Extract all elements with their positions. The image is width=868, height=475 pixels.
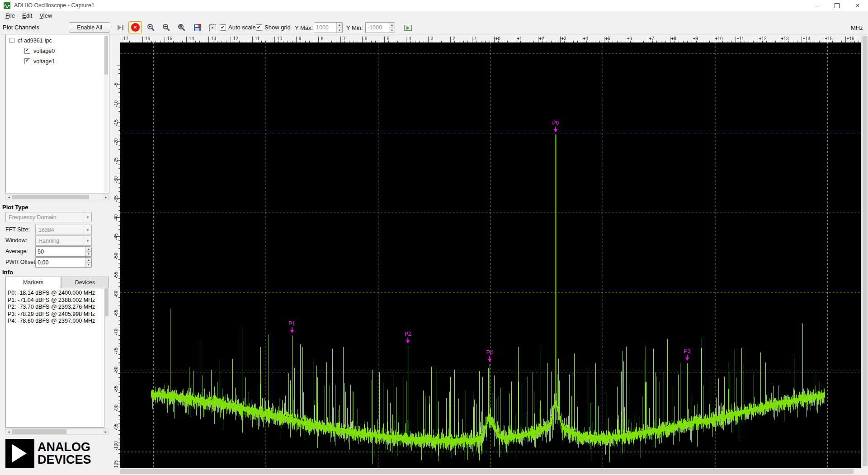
marker-list-item-P1: P1: -71.04 dBFS @ 2388.002 MHz bbox=[8, 297, 104, 304]
zoom-fit-button[interactable] bbox=[175, 22, 188, 33]
title-bar: ADI IIO Oscilloscope - Capture1 bbox=[0, 0, 868, 11]
scrollbar-corner bbox=[861, 468, 868, 475]
minimize-button[interactable] bbox=[806, 0, 826, 11]
average-spinbox: ▲▼ bbox=[35, 246, 92, 257]
plot-channels-label: Plot Channels bbox=[3, 24, 39, 31]
adi-triangle-icon bbox=[12, 444, 27, 462]
y-min-input[interactable] bbox=[366, 23, 389, 33]
scroll-right-arrow-icon[interactable]: ▸ bbox=[103, 429, 108, 434]
y-max-spin-buttons[interactable]: ▲▼ bbox=[336, 23, 342, 33]
channel-checkbox-voltage0[interactable] bbox=[24, 48, 30, 54]
average-input[interactable] bbox=[36, 247, 85, 256]
plot-type-value: Frequency Domain bbox=[9, 214, 57, 221]
average-label: Average: bbox=[5, 248, 28, 254]
marker-list-item-P4: P4: -78.60 dBFS @ 2397.000 MHz bbox=[8, 318, 104, 325]
auto-scale-label: Auto scale bbox=[228, 24, 256, 31]
app-window: ADI IIO Oscilloscope - Capture1 FileEdit… bbox=[0, 0, 868, 475]
close-button[interactable] bbox=[847, 0, 868, 11]
marker-list-item-P3: P3: -78.29 dBFS @ 2405.998 MHz bbox=[8, 311, 104, 318]
fit-window-icon bbox=[209, 24, 216, 31]
save-plot-image-icon bbox=[404, 25, 412, 31]
show-grid-checkbox[interactable] bbox=[256, 24, 262, 31]
play-icon-bar bbox=[122, 25, 123, 30]
tab-devices[interactable]: Devices bbox=[61, 277, 109, 288]
tree-vscroll-thumb[interactable] bbox=[104, 36, 108, 75]
zoom-in-icon bbox=[147, 24, 155, 32]
info-heading: Info bbox=[2, 269, 13, 276]
window-function-label: Window: bbox=[5, 237, 27, 244]
frequency-unit-label: MHz bbox=[851, 24, 863, 31]
zoom-fit-icon bbox=[178, 24, 186, 32]
menu-edit[interactable]: Edit bbox=[19, 11, 36, 20]
chevron-down-icon: ▼ bbox=[84, 225, 91, 235]
stop-capture-button[interactable] bbox=[128, 21, 142, 33]
y-max-spinbox: ▲▼ bbox=[314, 22, 343, 33]
tree-row-channel-voltage0[interactable]: voltage0 bbox=[6, 46, 109, 56]
menu-view[interactable]: View bbox=[36, 11, 56, 20]
fft-size-label: FFT Size: bbox=[5, 226, 30, 233]
tab-markers[interactable]: Markers bbox=[5, 277, 61, 288]
scroll-right-arrow-icon[interactable]: ▸ bbox=[103, 194, 109, 200]
list-hscroll-thumb[interactable] bbox=[12, 429, 66, 434]
plot-type-heading: Plot Type bbox=[2, 204, 28, 211]
spectrum-plot-canvas[interactable] bbox=[120, 42, 861, 468]
capture-play-button[interactable] bbox=[114, 22, 127, 33]
window-function-select[interactable]: Hanning ▼ bbox=[35, 235, 92, 246]
tree-hscroll-thumb[interactable] bbox=[12, 195, 89, 199]
plot-vertical-scrollbar[interactable] bbox=[861, 35, 868, 468]
pwr-offset-spinbox: ▲▼ bbox=[35, 257, 92, 268]
left-panel: cf-ad9361-lpcvoltage0voltage1 ◂ ▸ Plot T… bbox=[0, 35, 113, 475]
list-vscroll-thumb[interactable] bbox=[105, 288, 108, 316]
tree-horizontal-scrollbar[interactable]: ◂ ▸ bbox=[5, 194, 109, 200]
save-capture-button[interactable] bbox=[191, 22, 203, 33]
toolbar: Plot Channels Enable All Auto scale bbox=[0, 20, 868, 35]
y-min-label: Y Min: bbox=[346, 24, 363, 31]
y-max-input[interactable] bbox=[314, 23, 336, 33]
auto-scale-option: Auto scale bbox=[220, 24, 256, 31]
device-label: cf-ad9361-lpc bbox=[18, 38, 52, 44]
marker-list-vertical-scrollbar[interactable] bbox=[104, 288, 109, 428]
show-grid-option: Show grid bbox=[256, 24, 291, 31]
adi-logo-mark bbox=[5, 439, 34, 468]
auto-scale-checkbox[interactable] bbox=[220, 24, 226, 31]
plot-vscroll-thumb[interactable] bbox=[863, 36, 868, 466]
channel-tree: cf-ad9361-lpcvoltage0voltage1 bbox=[5, 35, 109, 193]
marker-list-item-P2: P2: -73.70 dBFS @ 2393.276 MHz bbox=[8, 304, 104, 311]
analog-devices-logo: ANALOG DEVICES bbox=[5, 439, 91, 468]
marker-list[interactable]: P0: -18.14 dBFS @ 2400.000 MHzP1: -71.04… bbox=[5, 288, 104, 428]
plot-hscroll-thumb[interactable] bbox=[120, 469, 854, 474]
play-icon bbox=[118, 25, 122, 30]
average-spin-buttons[interactable]: ▲▼ bbox=[85, 247, 91, 256]
show-grid-label: Show grid bbox=[264, 24, 291, 31]
tree-vertical-scrollbar[interactable] bbox=[104, 36, 108, 193]
app-icon bbox=[4, 2, 10, 9]
save-icon bbox=[194, 24, 201, 31]
tree-row-device[interactable]: cf-ad9361-lpc bbox=[6, 35, 109, 46]
enable-all-button[interactable]: Enable All bbox=[69, 22, 110, 33]
channel-label: voltage1 bbox=[33, 58, 55, 65]
chevron-down-icon: ▼ bbox=[84, 212, 91, 222]
plot-horizontal-scrollbar[interactable] bbox=[113, 468, 861, 475]
save-plot-image-button[interactable] bbox=[401, 22, 414, 33]
menu-file[interactable]: File bbox=[2, 11, 19, 20]
x-axis-ruler bbox=[113, 35, 861, 42]
y-min-spin-buttons[interactable]: ▲▼ bbox=[389, 23, 395, 33]
fft-size-select[interactable]: 16384 ▼ bbox=[35, 225, 92, 235]
plot-type-select[interactable]: Frequency Domain ▼ bbox=[5, 212, 92, 222]
marker-list-item-P0: P0: -18.14 dBFS @ 2400.000 MHz bbox=[8, 290, 104, 297]
scroll-left-arrow-icon[interactable]: ◂ bbox=[6, 194, 12, 200]
chevron-down-icon: ▼ bbox=[84, 236, 91, 245]
fit-window-button[interactable] bbox=[206, 22, 219, 33]
channel-checkbox-voltage1[interactable] bbox=[24, 58, 30, 64]
stop-icon bbox=[131, 23, 140, 32]
maximize-button[interactable] bbox=[826, 0, 847, 11]
zoom-out-button[interactable] bbox=[160, 22, 173, 33]
tree-expander-icon[interactable] bbox=[9, 38, 14, 43]
pwr-offset-spin-buttons[interactable]: ▲▼ bbox=[85, 258, 91, 267]
tree-row-channel-voltage1[interactable]: voltage1 bbox=[6, 56, 109, 66]
window-function-value: Hanning bbox=[38, 238, 60, 244]
zoom-in-button[interactable] bbox=[145, 22, 157, 33]
scroll-left-arrow-icon[interactable]: ◂ bbox=[6, 429, 12, 434]
pwr-offset-input[interactable] bbox=[36, 258, 85, 267]
marker-list-horizontal-scrollbar[interactable]: ◂ ▸ bbox=[5, 428, 109, 435]
